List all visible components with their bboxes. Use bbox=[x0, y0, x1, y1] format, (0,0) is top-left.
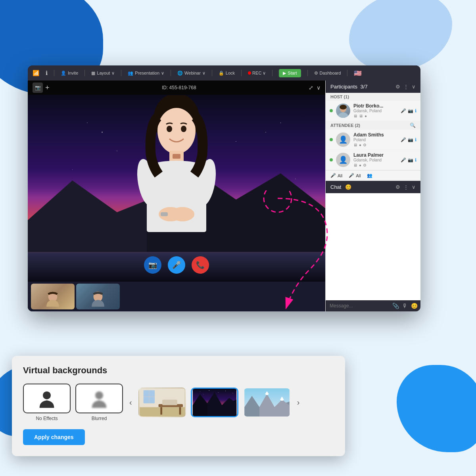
mute-video-button[interactable]: 📷 bbox=[144, 256, 161, 274]
audio-icon[interactable]: 🎙 bbox=[402, 303, 408, 309]
chat-message-input[interactable] bbox=[330, 303, 389, 309]
mic-all-icon: 🎤 bbox=[330, 173, 336, 178]
gear-icon: ⚙ bbox=[314, 71, 318, 76]
toolbar: 📶 ℹ 👤 Invite ▦ Layout ∨ 👥 Presentation ∨… bbox=[28, 65, 420, 81]
vbg-blurred[interactable]: Blurred bbox=[75, 384, 123, 421]
search-attendees-icon[interactable]: 🔍 bbox=[410, 123, 416, 128]
toolbar-presentation[interactable]: 👥 Presentation ∨ bbox=[128, 71, 164, 76]
vbg-next-button[interactable]: › bbox=[296, 396, 301, 409]
attach-icon[interactable]: 📎 bbox=[392, 303, 399, 309]
flag-icon: 🇺🇸 bbox=[354, 69, 362, 77]
mute-mic-icon: 🎤 bbox=[172, 261, 181, 269]
vbg-office[interactable] bbox=[138, 388, 186, 417]
add-stream-button[interactable]: + bbox=[45, 84, 50, 92]
vbg-mountain-day[interactable] bbox=[243, 388, 291, 417]
svg-point-18 bbox=[95, 391, 103, 399]
thumbnail-1[interactable] bbox=[31, 284, 75, 309]
mute-all-mic-button[interactable]: 🎤 All bbox=[330, 173, 342, 178]
dots-icon[interactable]: ⋮ bbox=[403, 84, 409, 90]
toolbar-divider-6 bbox=[241, 70, 242, 76]
host-mic-icon[interactable]: 🎤 bbox=[401, 108, 406, 113]
laura-cam-icon[interactable]: 📷 bbox=[408, 157, 413, 163]
start-play-icon: ▶ bbox=[283, 71, 286, 76]
vbg-blurred-thumb bbox=[75, 384, 123, 413]
svg-point-11 bbox=[181, 126, 186, 132]
gear-icon[interactable]: ⚙ bbox=[395, 84, 400, 90]
participants-count: 3/7 bbox=[361, 84, 368, 90]
apply-changes-button[interactable]: Apply changes bbox=[23, 429, 85, 445]
adam-mic-icon[interactable]: 🎤 bbox=[401, 137, 406, 142]
expand-button[interactable]: ⤢ bbox=[309, 84, 313, 91]
thumbnail-2[interactable] bbox=[76, 284, 120, 309]
host-location: Gdansk, Poland bbox=[353, 109, 397, 113]
toolbar-invite[interactable]: 👤 Invite bbox=[61, 71, 78, 76]
add-participant-button[interactable]: 👥 bbox=[367, 173, 372, 178]
right-panel: Participants 3/7 ⚙ ⋮ ∨ HOST (1) bbox=[325, 81, 420, 311]
participant-laura: 👤 Laura Palmer Gdansk, Poland 🖥 ● ⚙ 🎤 📷 … bbox=[326, 150, 420, 170]
laura-info-icon[interactable]: ℹ bbox=[415, 157, 416, 163]
chat-body bbox=[326, 193, 420, 300]
laura-avatar: 👤 bbox=[336, 153, 350, 167]
chat-dots-icon[interactable]: ⋮ bbox=[403, 184, 409, 190]
toolbar-rec-button[interactable]: REC ∨ bbox=[248, 71, 266, 76]
thumbnails-strip bbox=[28, 282, 325, 311]
vbg-no-effects-label: No Effects bbox=[36, 416, 58, 421]
toolbar-divider-1 bbox=[54, 70, 54, 76]
laura-mic-icon[interactable]: 🎤 bbox=[401, 157, 406, 163]
toolbar-start-button[interactable]: ▶ Start bbox=[279, 69, 301, 77]
participant-footer: 🎤 All 🎤 All 👥 bbox=[326, 170, 420, 181]
chevron-down-icon[interactable]: ∨ bbox=[412, 84, 416, 90]
video-header-right: ⤢ ∨ bbox=[309, 84, 321, 91]
adam-avatar: 👤 bbox=[336, 132, 350, 147]
lock-label: Lock bbox=[226, 71, 235, 75]
host-cam-icon[interactable]: 📷 bbox=[408, 108, 413, 113]
mic-all-label: All bbox=[338, 173, 342, 178]
person-figure bbox=[125, 95, 228, 254]
svg-point-34 bbox=[203, 394, 204, 394]
adam-info: Adam Smiths Poland 🖥 ● ⚙ bbox=[353, 132, 397, 147]
svg-point-29 bbox=[200, 392, 200, 392]
toolbar-divider-5 bbox=[212, 70, 212, 76]
toolbar-lock[interactable]: 🔒 Lock bbox=[219, 71, 235, 76]
end-call-button[interactable]: 📞 bbox=[192, 256, 209, 274]
vbg-mountain-night[interactable] bbox=[191, 388, 238, 417]
camera-button[interactable]: 📷 bbox=[33, 83, 43, 93]
background-blob-bottomright bbox=[397, 365, 476, 452]
vbg-prev-button[interactable]: ‹ bbox=[128, 396, 134, 409]
svg-point-8 bbox=[171, 207, 194, 221]
svg-point-10 bbox=[167, 126, 172, 132]
adam-info-icon[interactable]: ℹ bbox=[415, 137, 416, 142]
svg-rect-12 bbox=[173, 154, 180, 159]
mute-video-icon: 📷 bbox=[148, 261, 157, 269]
vbg-no-effects[interactable]: No Effects bbox=[23, 384, 71, 421]
vbg-no-effects-thumb bbox=[23, 384, 71, 413]
host-info: Piotr Borko... Gdansk, Poland 🖥 🖥 ● bbox=[353, 103, 397, 118]
svg-rect-25 bbox=[160, 407, 162, 415]
online-indicator-adam bbox=[330, 138, 333, 141]
mute-mic-button[interactable]: 🎤 bbox=[168, 256, 185, 274]
toolbar-layout[interactable]: ▦ Layout ∨ bbox=[91, 71, 115, 76]
chat-gear-icon[interactable]: ⚙ bbox=[395, 184, 400, 190]
layout-chevron: ∨ bbox=[111, 71, 115, 76]
chat-header: Chat 😊 ⚙ ⋮ ∨ bbox=[326, 181, 420, 193]
laura-action-icons: 🎤 📷 ℹ bbox=[401, 157, 416, 163]
toolbar-dashboard[interactable]: ⚙ Dashboard bbox=[314, 71, 341, 76]
webinar-icon: 🌐 bbox=[177, 71, 183, 76]
toolbar-divider-7 bbox=[272, 70, 273, 76]
svg-point-31 bbox=[218, 392, 218, 393]
chat-chevron-icon[interactable]: ∨ bbox=[412, 184, 416, 190]
webinar-label: Webinar bbox=[184, 71, 201, 75]
laura-name: Laura Palmer bbox=[353, 152, 397, 158]
vbg-blurred-label: Blurred bbox=[92, 416, 107, 421]
adam-device-icons: 🖥 ● ⚙ bbox=[353, 143, 397, 147]
mute-all-cam-button[interactable]: 🎤 All bbox=[349, 173, 361, 178]
adam-cam-icon[interactable]: 📷 bbox=[408, 137, 413, 142]
emoji-icon[interactable]: 😊 bbox=[411, 303, 418, 309]
laura-device-icons: 🖥 ● ⚙ bbox=[353, 163, 397, 167]
vbg-office-thumb bbox=[138, 388, 186, 417]
host-info-icon[interactable]: ℹ bbox=[415, 108, 416, 113]
svg-rect-9 bbox=[161, 212, 168, 216]
video-header-center: ID: 455-819-768 bbox=[53, 85, 305, 90]
toolbar-webinar[interactable]: 🌐 Webinar ∨ bbox=[177, 71, 205, 76]
chevron-down-button[interactable]: ∨ bbox=[317, 84, 321, 91]
